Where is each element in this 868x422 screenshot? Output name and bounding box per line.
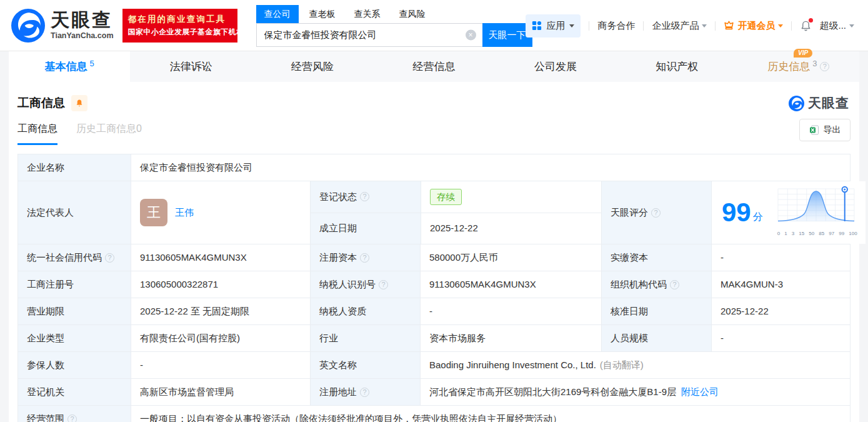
nav-open-vip[interactable]: 开通会员 xyxy=(724,20,783,32)
chevron-down-icon xyxy=(778,24,783,30)
business-scope-value: 一般项目：以自有资金从事投资活动（除依法须经批准的项目外，凭营业执照依法自主开展… xyxy=(131,406,850,422)
field-label: 工商注册号 xyxy=(18,271,131,298)
approval-date-value: 2025-12-22 xyxy=(711,298,850,324)
search-tab-boss[interactable]: 查老板 xyxy=(301,5,344,23)
company-tabs: 基本信息 5 法律诉讼 经营风险 经营信息 公司发展 知识产权 历史信息 VIP… xyxy=(9,51,859,82)
export-button[interactable]: 导出 xyxy=(799,119,851,141)
promo-line2: 国家中小企业发展子基金旗下机构 xyxy=(128,26,232,38)
help-icon[interactable] xyxy=(651,208,661,218)
subscribe-bell-button[interactable] xyxy=(71,95,87,111)
help-icon[interactable] xyxy=(360,253,369,263)
legal-rep-link[interactable]: 王伟 xyxy=(175,206,194,219)
field-label: 统一社会信用代码 xyxy=(18,244,131,271)
field-label: 参保人数 xyxy=(18,352,131,378)
subtab-row: 工商信息 历史工商信息0 导出 xyxy=(17,121,851,145)
help-icon[interactable] xyxy=(820,62,829,71)
field-label: 登记状态 xyxy=(311,181,421,213)
label-text: 统一社会信用代码 xyxy=(27,251,102,264)
tab-label: 基本信息 xyxy=(45,59,87,74)
tab-operating-risk[interactable]: 经营风险 xyxy=(252,51,373,82)
tab-basic-info[interactable]: 基本信息 5 xyxy=(9,51,130,82)
auto-translate-note: (自动翻译) xyxy=(600,359,644,371)
divider xyxy=(715,21,716,31)
search-input-wrap xyxy=(256,23,482,47)
score-value: 99 xyxy=(722,199,751,226)
score-marker xyxy=(842,187,847,221)
search-tab-risk[interactable]: 查风险 xyxy=(391,5,434,23)
excel-icon xyxy=(809,125,819,135)
org-code-value: MAK4GMUN-3 xyxy=(711,271,850,298)
table-row: 法定代表人 王 王伟 登记状态 存续 成立日期 2025-12-22 xyxy=(18,181,850,244)
search-block: 查公司 查老板 查关系 查风险 天眼一下 xyxy=(256,5,532,47)
tab-company-development[interactable]: 公司发展 xyxy=(495,51,616,82)
tab-history-info[interactable]: 历史信息 VIP 3 xyxy=(738,51,859,82)
help-icon[interactable] xyxy=(670,280,679,289)
tab-legal-litigation[interactable]: 法律诉讼 xyxy=(130,51,251,82)
score-curve xyxy=(772,185,859,225)
search-tabs: 查公司 查老板 查关系 查风险 xyxy=(256,5,532,23)
divider xyxy=(791,21,792,31)
tianyancha-logo-icon xyxy=(11,9,45,43)
table-row: 登记机关 高新区市场监督管理局 注册地址 河北省保定市高开区朝阳北大街2169号… xyxy=(18,379,850,406)
nav-biz-cooperation[interactable]: 商务合作 xyxy=(597,20,635,32)
help-icon[interactable] xyxy=(360,192,369,201)
tab-count: 3 xyxy=(812,59,817,68)
insured-count-value: - xyxy=(131,352,310,378)
help-icon[interactable] xyxy=(379,280,388,289)
field-label: 营业期限 xyxy=(18,298,131,324)
section-head: 工商信息 天眼查 工商信息 历史工商信息0 xyxy=(9,82,859,145)
help-icon[interactable] xyxy=(67,414,77,422)
subtab-business-info[interactable]: 工商信息 xyxy=(17,123,57,145)
score-chart-ticks: 0131550859799100 xyxy=(777,228,857,240)
help-icon[interactable] xyxy=(360,388,369,397)
field-label: 经营范围 xyxy=(18,406,131,422)
nearby-companies-link[interactable]: 附近公司 xyxy=(681,386,719,398)
watermark-logo: 天眼查 xyxy=(789,94,849,112)
credit-code-value: 91130605MAK4GMUN3X xyxy=(131,244,310,271)
avatar[interactable]: 王 xyxy=(140,199,167,226)
divider xyxy=(589,21,589,31)
section-title: 工商信息 xyxy=(17,95,65,111)
field-label: 纳税人资质 xyxy=(310,298,420,324)
field-label: 组织机构代码 xyxy=(601,271,711,298)
label-text: 经营范围 xyxy=(27,413,64,422)
apps-label: 应用 xyxy=(546,20,565,32)
reg-capital-value: 580000万人民币 xyxy=(420,244,601,271)
tianyancha-logo[interactable]: 天眼查 TianYanCha.com xyxy=(11,9,114,43)
company-name-value: 保定市金睿恒投资有限公司 xyxy=(131,154,850,181)
label-text: 注册资本 xyxy=(319,251,357,264)
clear-icon[interactable] xyxy=(466,30,476,41)
promo-line1: 都在用的商业查询工具 xyxy=(128,13,232,26)
vip-badge: VIP xyxy=(794,49,812,58)
business-term-value: 2025-12-22 至 无固定期限 xyxy=(131,298,310,324)
english-name-value: Baoding Jinruiheng Investment Co., Ltd. xyxy=(429,359,596,371)
tab-label: 经营信息 xyxy=(412,59,455,74)
field-label: 成立日期 xyxy=(311,213,421,244)
field-label: 核准日期 xyxy=(601,298,711,324)
notification-dot xyxy=(809,18,813,23)
company-type-value: 有限责任公司(国有控股) xyxy=(131,325,310,351)
tab-intellectual-property[interactable]: 知识产权 xyxy=(616,51,737,82)
search-tab-relation[interactable]: 查关系 xyxy=(346,5,389,23)
tab-label: 法律诉讼 xyxy=(170,59,212,74)
staff-size-value: - xyxy=(711,325,850,351)
nav-super-vip[interactable]: 超级... xyxy=(819,20,854,32)
table-row: 工商注册号 130605000322871 纳税人识别号 91130605MAK… xyxy=(18,271,850,298)
subtab-history-business-info[interactable]: 历史工商信息0 xyxy=(76,123,142,145)
apps-menu[interactable]: 应用 xyxy=(526,14,581,38)
search-tab-company[interactable]: 查公司 xyxy=(256,5,299,23)
field-label: 英文名称 xyxy=(310,352,420,378)
field-label: 登记机关 xyxy=(18,379,131,405)
notification-bell[interactable] xyxy=(800,20,812,32)
search-input[interactable] xyxy=(257,24,482,46)
field-label: 注册地址 xyxy=(310,379,420,405)
help-icon[interactable] xyxy=(105,253,114,263)
tab-operating-info[interactable]: 经营信息 xyxy=(373,51,494,82)
tab-label: 经营风险 xyxy=(291,59,334,74)
nav-enterprise-products[interactable]: 企业级产品 xyxy=(652,20,707,32)
search-button[interactable]: 天眼一下 xyxy=(482,23,532,47)
field-label: 行业 xyxy=(310,325,420,351)
table-row: 统一社会信用代码 91130605MAK4GMUN3X 注册资本 580000万… xyxy=(18,244,850,271)
reg-address-value: 河北省保定市高开区朝阳北大街2169号科创金融大厦B1-9层 xyxy=(429,386,676,398)
label-text: 纳税人识别号 xyxy=(319,278,376,291)
